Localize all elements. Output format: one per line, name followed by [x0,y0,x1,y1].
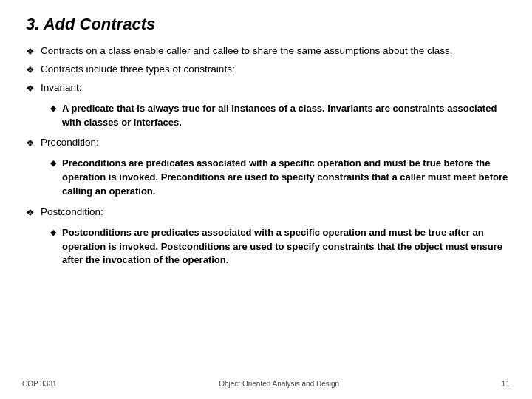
footer-center: Object Oriented Analysis and Design [219,380,339,388]
bullet-item-3: ❖ Invariant: [22,81,510,95]
bullet-diamond-5: ❖ [26,207,35,218]
footer-left: COP 3331 [22,380,57,388]
bullet-item-1: ❖ Contracts on a class enable caller and… [22,44,510,58]
bullet-text-2: Contracts include three types of constra… [41,63,235,77]
content-area: ❖ Contracts on a class enable caller and… [22,44,510,374]
bullet-text-5: Postcondition: [41,205,103,219]
slide: 3. Add Contracts ❖ Contracts on a class … [0,0,532,399]
slide-title: 3. Add Contracts [22,15,510,34]
sub-bullet-item-3: ◆ Postconditions are predicates associat… [22,226,510,268]
bullet-text-1: Contracts on a class enable caller and c… [41,44,453,58]
bullet-item-5: ❖ Postcondition: [22,205,510,219]
bullet-text-3: Invariant: [41,81,82,95]
sub-bullet-text-1: A predicate that is always true for all … [62,102,510,130]
bullet-item-2: ❖ Contracts include three types of const… [22,63,510,77]
sub-bullet-diamond-3: ◆ [50,228,56,237]
bullet-diamond-4: ❖ [26,137,35,149]
sub-bullet-diamond-2: ◆ [50,158,56,168]
sub-bullet-diamond-1: ◆ [50,103,56,113]
sub-bullet-text-2: Preconditions are predicates associated … [62,157,510,199]
bullet-diamond-1: ❖ [26,46,35,57]
footer-right: 11 [502,380,510,388]
sub-bullet-item-1: ◆ A predicate that is always true for al… [22,102,510,130]
footer: COP 3331 Object Oriented Analysis and De… [22,374,510,388]
sub-bullet-item-2: ◆ Preconditions are predicates associate… [22,157,510,199]
bullet-text-4: Precondition: [41,136,99,150]
sub-bullet-text-3: Postconditions are predicates associated… [62,226,510,268]
bullet-diamond-2: ❖ [26,64,35,75]
bullet-item-4: ❖ Precondition: [22,136,510,150]
bullet-diamond-3: ❖ [26,83,35,94]
